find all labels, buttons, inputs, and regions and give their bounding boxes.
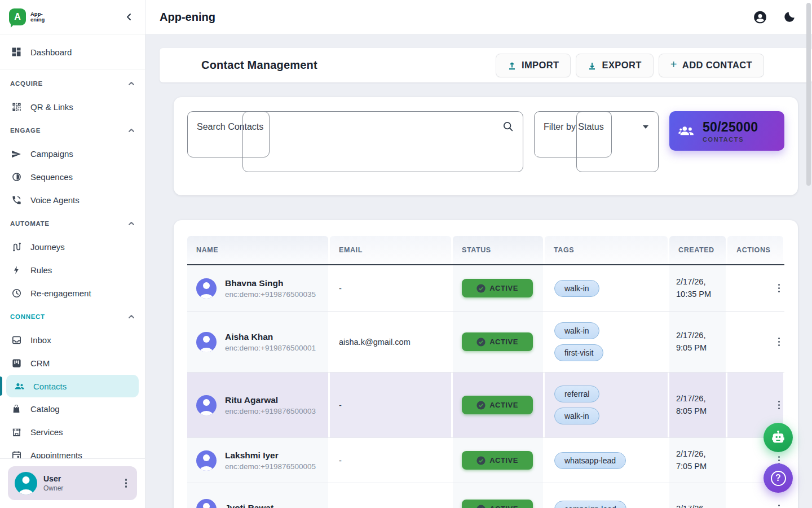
status-label: ACTIVE bbox=[489, 284, 518, 292]
sidebar-item-label: Journeys bbox=[30, 242, 65, 252]
created-time: 9:05 PM bbox=[676, 342, 707, 354]
contacts-counter-badge: 50/25000 CONTACTS bbox=[669, 111, 784, 151]
user-name: User bbox=[43, 474, 63, 483]
contact-name: Ritu Agarwal bbox=[225, 395, 316, 405]
table-row[interactable]: Aisha Khan enc:demo:+919876500001 aisha.… bbox=[187, 312, 784, 373]
search-outline bbox=[242, 111, 523, 172]
row-actions-kebab-icon[interactable] bbox=[775, 281, 784, 296]
sidebar-item-re-engagement[interactable]: Re-engagement bbox=[0, 282, 145, 305]
contact-avatar bbox=[196, 450, 217, 471]
vertical-scrollbar[interactable] bbox=[806, 3, 811, 186]
import-button[interactable]: IMPORT bbox=[496, 54, 571, 77]
sidebar-header: A App- ening bbox=[0, 0, 145, 34]
search-input[interactable]: Search Contacts bbox=[187, 111, 523, 143]
status-badge: ACTIVE bbox=[462, 500, 533, 508]
sidebar-item-label: Sequences bbox=[30, 172, 73, 182]
app-logo-icon: A bbox=[9, 8, 26, 25]
status-badge: ACTIVE bbox=[462, 451, 533, 470]
help-fab-button[interactable]: ? bbox=[764, 463, 793, 493]
clock-icon bbox=[10, 287, 23, 300]
page-header-bar: Contact Management IMPORT EXPORT + ADD C… bbox=[160, 48, 812, 82]
phone-call-icon bbox=[10, 194, 23, 207]
row-actions-kebab-icon[interactable] bbox=[775, 397, 784, 413]
section-label: ENGAGE bbox=[10, 127, 41, 134]
assistant-fab-button[interactable] bbox=[764, 423, 793, 452]
table-row[interactable]: Bhavna Singh enc:demo:+919876500035 - AC… bbox=[187, 265, 784, 312]
sidebar-item-rules[interactable]: Rules bbox=[0, 259, 145, 282]
download-icon bbox=[588, 61, 597, 70]
user-menu-kebab-icon[interactable] bbox=[122, 475, 131, 491]
sidebar-item-catalog[interactable]: Catalog bbox=[0, 397, 145, 421]
tag-chip: referral bbox=[554, 386, 599, 402]
dark-mode-moon-icon[interactable] bbox=[782, 10, 797, 24]
tag-chip: whatsapp-lead bbox=[554, 452, 626, 469]
status-label: ACTIVE bbox=[489, 401, 518, 409]
tag-chip: walk-in bbox=[554, 322, 599, 339]
dropdown-arrow-icon bbox=[643, 125, 648, 129]
sidebar-item-label: Catalog bbox=[30, 404, 60, 414]
sidebar-item-voice-agents[interactable]: Voice Agents bbox=[0, 189, 145, 212]
table-row[interactable]: Ritu Agarwal enc:demo:+919876500003 - AC… bbox=[187, 373, 784, 438]
section-header-engage[interactable]: ENGAGE bbox=[0, 119, 145, 142]
check-circle-icon bbox=[476, 456, 486, 465]
sidebar-item-contacts[interactable]: Contacts bbox=[6, 375, 139, 397]
created-time: 10:35 PM bbox=[676, 288, 711, 300]
sidebar-item-journeys[interactable]: Journeys bbox=[0, 235, 145, 259]
section-header-connect[interactable]: CONNECT bbox=[0, 305, 145, 329]
contact-email: - bbox=[330, 373, 451, 437]
sidebar-collapse-button[interactable] bbox=[122, 10, 136, 24]
tag-chip: walk-in bbox=[554, 280, 599, 297]
created-time: 8:05 PM bbox=[676, 405, 707, 417]
upload-icon bbox=[508, 61, 517, 70]
row-actions-kebab-icon[interactable] bbox=[775, 334, 784, 350]
column-header-name: NAME bbox=[187, 236, 328, 264]
contact-phone: enc:demo:+919876500003 bbox=[225, 407, 316, 415]
logo-text: App- ening bbox=[30, 11, 45, 23]
sidebar-item-crm[interactable]: CRM bbox=[0, 352, 145, 375]
logo-text-line2: ening bbox=[30, 17, 45, 23]
filter-label: Filter by Status bbox=[544, 111, 604, 143]
contact-name: Bhavna Singh bbox=[225, 278, 316, 288]
status-badge: ACTIVE bbox=[462, 396, 533, 414]
qr-code-icon bbox=[10, 101, 23, 113]
sidebar-item-campaigns[interactable]: Campaigns bbox=[0, 142, 145, 165]
table-header-row: NAME EMAIL STATUS TAGS CREATED ACTIONS bbox=[187, 236, 784, 265]
sidebar-item-label: Contacts bbox=[33, 382, 67, 391]
chevron-up-icon bbox=[128, 313, 135, 320]
sidebar-item-inbox[interactable]: Inbox bbox=[0, 329, 145, 352]
table-row[interactable]: Lakshmi Iyer enc:demo:+919876500005 - AC… bbox=[187, 438, 784, 483]
add-contact-button[interactable]: + ADD CONTACT bbox=[659, 54, 764, 77]
page-title: Contact Management bbox=[201, 59, 317, 72]
account-circle-icon[interactable] bbox=[753, 10, 767, 24]
chevron-up-icon bbox=[128, 220, 135, 227]
created-date: 2/17/26, bbox=[676, 276, 711, 288]
contact-avatar bbox=[196, 395, 217, 415]
section-header-acquire[interactable]: ACQUIRE bbox=[0, 72, 145, 95]
sidebar-item-label: Voice Agents bbox=[30, 195, 80, 205]
sidebar-item-qr-links[interactable]: QR & Links bbox=[0, 95, 145, 119]
check-circle-icon bbox=[476, 338, 486, 347]
contacts-table-card: NAME EMAIL STATUS TAGS CREATED ACTIONS B… bbox=[174, 220, 798, 508]
people-icon bbox=[13, 380, 25, 392]
add-contact-label: ADD CONTACT bbox=[682, 60, 752, 71]
table-row[interactable]: Jyoti Rawat ACTIVE campaign-lead 2/17/26 bbox=[187, 483, 784, 508]
row-actions-kebab-icon[interactable] bbox=[775, 501, 784, 508]
sidebar-item-sequences[interactable]: Sequences bbox=[0, 165, 145, 189]
contact-phone: enc:demo:+919876500005 bbox=[225, 462, 316, 471]
section-header-automate[interactable]: AUTOMATE bbox=[0, 212, 145, 235]
chevron-up-icon bbox=[128, 80, 135, 87]
search-icon bbox=[502, 120, 514, 133]
column-header-created: CREATED bbox=[669, 236, 726, 264]
created-date: 2/17/26 bbox=[676, 503, 703, 508]
status-filter-select[interactable]: Filter by Status bbox=[534, 111, 659, 143]
export-button[interactable]: EXPORT bbox=[576, 54, 653, 77]
sidebar-item-dashboard[interactable]: Dashboard bbox=[0, 40, 145, 64]
storefront-icon bbox=[10, 426, 23, 439]
tag-chip: campaign-lead bbox=[554, 501, 626, 508]
status-label: ACTIVE bbox=[489, 338, 518, 346]
contact-email: - bbox=[330, 438, 451, 483]
contact-avatar bbox=[196, 499, 217, 508]
sidebar-nav: Dashboard ACQUIRE QR & Links ENGAGE Camp… bbox=[0, 34, 145, 461]
user-card[interactable]: User Owner bbox=[8, 466, 137, 500]
sidebar-item-services[interactable]: Services bbox=[0, 421, 145, 444]
